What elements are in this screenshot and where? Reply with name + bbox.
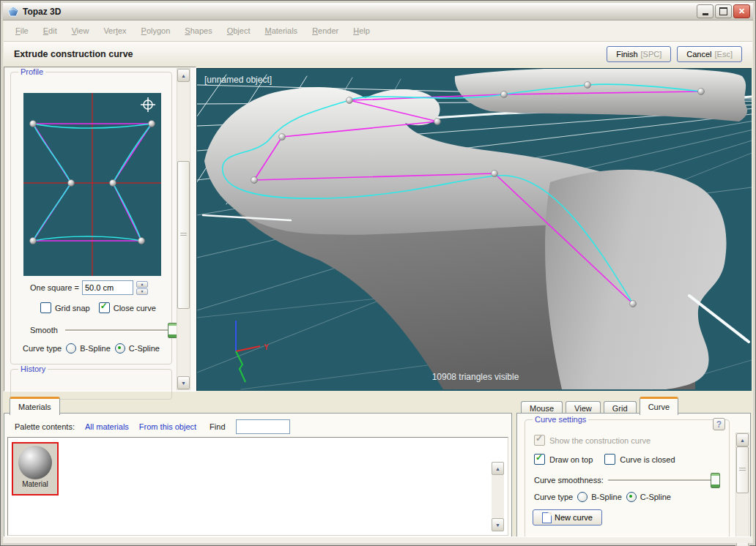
tab-view-label: View: [574, 404, 592, 413]
close-icon: ✕: [738, 7, 745, 16]
menu-object[interactable]: Object: [220, 26, 258, 35]
materials-panel-body: Palette contents: All materials From thi…: [4, 413, 512, 539]
grid-snap-box[interactable]: ✓: [40, 302, 51, 313]
scroll-down-icon[interactable]: ▼: [177, 376, 190, 389]
status-strip: [4, 536, 752, 543]
bspline-radio-circle[interactable]: [66, 343, 76, 354]
curve-smoothness-slider[interactable]: [608, 473, 720, 487]
palette-contents-label: Palette contents:: [15, 422, 75, 431]
new-curve-button[interactable]: New curve: [533, 509, 602, 526]
curve-smoothness-label: Curve smoothness:: [534, 476, 604, 485]
menu-help[interactable]: Help: [346, 26, 377, 35]
cspline-radio-circle-2[interactable]: [626, 492, 637, 502]
cspline-label-2: C-Spline: [640, 493, 671, 501]
close-button[interactable]: ✕: [733, 4, 750, 18]
grid-snap-label: Grid snap: [55, 304, 90, 313]
tab-curve[interactable]: Curve: [640, 397, 678, 415]
show-construction-label: Show the construction curve: [549, 436, 651, 445]
extruded-object[interactable]: [204, 68, 747, 389]
one-square-input[interactable]: [82, 280, 133, 295]
cspline-radio[interactable]: C-Spline: [115, 343, 160, 354]
profile-curve-editor[interactable]: [23, 93, 161, 276]
grid-snap-checkbox[interactable]: ✓ Grid snap: [40, 302, 90, 313]
cancel-button[interactable]: Cancel [Esc]: [677, 46, 742, 62]
curve-is-closed-label: Curve is closed: [620, 455, 675, 464]
materials-scroll-down-icon[interactable]: ▼: [492, 518, 504, 531]
spin-up-button[interactable]: ▲: [136, 281, 148, 288]
menu-materials[interactable]: Materials: [257, 26, 305, 35]
menu-file[interactable]: File: [8, 26, 36, 35]
tab-mouse-label: Mouse: [530, 404, 554, 413]
sidebar-scrollbar[interactable]: ▲ ▼: [177, 68, 190, 390]
object-end-cap[interactable]: [545, 170, 726, 389]
axis-y-label: Y: [264, 343, 269, 351]
smooth-slider[interactable]: [65, 323, 177, 337]
scroll-up-icon[interactable]: ▲: [177, 69, 190, 82]
viewport-3d[interactable]: Y [unnamed object] 10908 triangles visib…: [196, 68, 752, 391]
from-this-object-link[interactable]: From this object: [139, 422, 196, 431]
material-swatch[interactable]: Material: [12, 442, 59, 495]
cspline-radio-circle[interactable]: [115, 343, 125, 354]
bspline-label: B-Spline: [80, 344, 111, 353]
material-sphere-preview-icon: [18, 446, 52, 479]
finish-button[interactable]: Finish [SPC]: [607, 46, 671, 62]
object-name-label: [unnamed object]: [204, 75, 272, 85]
tab-materials[interactable]: Materials: [10, 397, 60, 415]
menu-polygon[interactable]: Polygon: [134, 26, 178, 35]
menu-edit[interactable]: Edit: [36, 26, 64, 35]
curve-type-label: Curve type: [23, 344, 62, 353]
materials-list[interactable]: Material ▲ ▼: [7, 437, 508, 536]
close-curve-box[interactable]: ✓: [99, 302, 110, 313]
mode-toolbar: Extrude construction curve Finish [SPC] …: [4, 42, 752, 66]
draw-on-top-checkbox[interactable]: ✓: [534, 454, 545, 465]
close-curve-label: Close curve: [114, 304, 156, 313]
menu-shapes[interactable]: Shapes: [177, 26, 219, 35]
settings-scrollbar[interactable]: ▲ ▼: [735, 433, 749, 546]
bspline-radio-circle-2[interactable]: [577, 492, 588, 502]
spin-down-button[interactable]: ▼: [136, 288, 148, 295]
cspline-radio-2[interactable]: C-Spline: [626, 492, 671, 502]
minimize-button[interactable]: [697, 4, 714, 18]
finish-shortcut: [SPC]: [641, 50, 662, 59]
title-bar[interactable]: Topaz 3D ✕: [3, 3, 753, 20]
cspline-label: C-Spline: [129, 344, 160, 353]
settings-scroll-up-icon[interactable]: ▲: [736, 433, 749, 446]
curve-type-label-2: Curve type: [534, 493, 573, 501]
sidebar-scrollbar-thumb[interactable]: [177, 161, 190, 309]
bspline-radio-2[interactable]: B-Spline: [577, 492, 622, 502]
finish-label: Finish: [616, 50, 637, 59]
help-button[interactable]: ?: [713, 418, 725, 430]
new-curve-label: New curve: [555, 513, 593, 522]
one-square-spinner: ▲ ▼: [136, 281, 148, 295]
mode-title: Extrude construction curve: [14, 49, 133, 59]
curve-smoothness-thumb[interactable]: [711, 473, 720, 488]
new-document-icon: [542, 512, 552, 523]
all-materials-link[interactable]: All materials: [85, 422, 129, 431]
menu-view[interactable]: View: [64, 26, 97, 35]
materials-scrollbar[interactable]: ▲ ▼: [492, 462, 504, 531]
curve-is-closed-checkbox[interactable]: ✓: [604, 454, 615, 465]
curve-smoothness-track[interactable]: [608, 479, 720, 482]
menu-vertex[interactable]: Vertex: [96, 26, 133, 35]
maximize-button[interactable]: [715, 4, 732, 18]
minimize-icon: [703, 13, 708, 15]
profile-group: Profile One square =: [10, 72, 172, 364]
tab-curve-label: Curve: [648, 403, 670, 411]
material-name: Material: [22, 480, 48, 488]
bspline-radio[interactable]: B-Spline: [66, 343, 111, 354]
materials-scroll-up-icon[interactable]: ▲: [492, 462, 504, 475]
smooth-slider-track[interactable]: [65, 329, 177, 332]
settings-scrollbar-thumb[interactable]: [736, 446, 749, 493]
app-window: Topaz 3D ✕ File Edit View Vertex Polygon…: [0, 0, 756, 546]
history-group-label: History: [18, 364, 48, 373]
cancel-label: Cancel: [686, 50, 711, 59]
menu-render[interactable]: Render: [305, 26, 346, 35]
draw-on-top-label: Draw on top: [549, 455, 593, 464]
move-cursor-icon: [141, 97, 155, 112]
find-input[interactable]: [236, 419, 290, 434]
close-curve-checkbox[interactable]: ✓ Close curve: [99, 302, 156, 313]
menu-bar: File Edit View Vertex Polygon Shapes Obj…: [4, 20, 752, 42]
help-icon: ?: [716, 419, 722, 430]
maximize-icon: [719, 7, 727, 15]
axis-x-line: [236, 351, 245, 382]
